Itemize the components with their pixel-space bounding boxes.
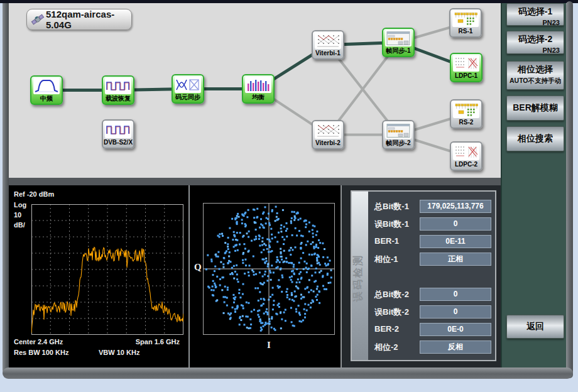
ber-row-value: 0 bbox=[420, 217, 491, 231]
flow-node-label: Viterbi-1 bbox=[313, 49, 343, 58]
flow-node-zhongpin[interactable]: 中频 bbox=[30, 75, 63, 105]
squarewave-icon bbox=[105, 122, 131, 138]
ber-row-value: 179,025,113,776 bbox=[420, 200, 491, 213]
sidebar-button-6[interactable]: 返回 bbox=[506, 315, 564, 339]
flow-node-framesync1[interactable]: 帧同步-1 bbox=[382, 28, 415, 57]
sidebar-button-label: 码选择-1 bbox=[507, 4, 564, 18]
ber-row-label: 总Bit数-1 bbox=[374, 201, 409, 212]
flow-node-label: RS-1 bbox=[450, 27, 481, 36]
flow-node-equalizer[interactable]: 均衡 bbox=[242, 74, 275, 104]
ber-row-label: 相位-2 bbox=[374, 342, 398, 353]
ldpc-icon bbox=[453, 144, 479, 160]
flow-node-viterbi1[interactable]: Viterbi-1 bbox=[312, 30, 344, 60]
sidebar-button-5[interactable]: 相位搜索 bbox=[506, 126, 564, 151]
ber-strip: 误码检测 bbox=[352, 192, 368, 360]
flow-node-carrier[interactable]: 载波恢复 bbox=[102, 75, 134, 105]
sidebar-button-label: 码选择-2 bbox=[507, 31, 564, 45]
ber-row-label: BER-1 bbox=[374, 236, 399, 246]
sidebar-button-label: 返回 bbox=[526, 321, 544, 332]
ber-row: 误Bit数-10 bbox=[372, 217, 493, 231]
window-frame-left bbox=[3, 3, 9, 375]
spectrum-span-label: Span 1.6 GHz bbox=[136, 338, 180, 346]
flow-panel-separator bbox=[9, 178, 501, 185]
signal-title-button[interactable]: 512qam-aircas-5.04G bbox=[26, 9, 132, 30]
rs-icon bbox=[452, 11, 479, 27]
framesync-icon bbox=[385, 122, 412, 139]
ber-row: 相位-2反相 bbox=[372, 340, 493, 354]
spectrum-vbw-label: VBW 10 KHz bbox=[99, 349, 139, 356]
ber-row: 总Bit数-1179,025,113,776 bbox=[372, 200, 493, 213]
ber-inner-panel: 误码检测 总Bit数-1179,025,113,776误Bit数-10BER-1… bbox=[351, 190, 496, 361]
ber-row-label: 总Bit数-2 bbox=[374, 289, 409, 300]
bars-icon bbox=[245, 77, 271, 93]
flow-node-viterbi2[interactable]: Viterbi-2 bbox=[312, 120, 344, 150]
flow-node-ldpc2[interactable]: LDPC-2 bbox=[450, 141, 483, 171]
ber-row-label: 误Bit数-2 bbox=[374, 307, 409, 318]
satellite-icon bbox=[31, 13, 45, 26]
spectrum-icon bbox=[33, 78, 60, 94]
window-frame-right bbox=[566, 1, 573, 378]
ber-row-value: 0 bbox=[420, 305, 491, 318]
spectrum-per-label: dB/ bbox=[14, 221, 25, 229]
spectrum-analyzer-panel: Ref -20 dBm Log 10 dB/ Center 2.4 GHz Sp… bbox=[9, 185, 188, 368]
trellis-icon bbox=[315, 122, 341, 139]
ber-row: BER-10E-11 bbox=[372, 235, 493, 248]
flow-node-ldpc1[interactable]: LDPC-1 bbox=[450, 53, 483, 82]
flow-node-rs1[interactable]: RS-1 bbox=[449, 8, 482, 38]
flow-node-label: Viterbi-2 bbox=[313, 139, 343, 148]
sidebar-button-value: PN23 bbox=[507, 18, 564, 26]
flow-node-label: 中频 bbox=[31, 94, 62, 104]
ber-strip-label: 误码检测 bbox=[352, 240, 368, 315]
spectrum-rbw-label: Res BW 100 KHz bbox=[14, 349, 68, 356]
ber-row: BER-20E-0 bbox=[372, 323, 493, 336]
flow-node-label: 帧同步-2 bbox=[383, 139, 413, 148]
flow-node-label: 均衡 bbox=[243, 93, 273, 102]
sidebar-button-1[interactable]: 码选择-1PN23 bbox=[506, 3, 564, 26]
trellis-icon bbox=[315, 33, 341, 49]
sidebar-button-3[interactable]: 相位选择AUTO不支持手动 bbox=[506, 61, 564, 90]
ber-panel: 误码检测 总Bit数-1179,025,113,776误Bit数-10BER-1… bbox=[342, 185, 501, 368]
constellation-plot bbox=[203, 203, 335, 335]
spectrum-ref-label: Ref -20 dBm bbox=[14, 190, 54, 198]
ber-row: 总Bit数-20 bbox=[372, 288, 493, 301]
sidebar-button-value: PN23 bbox=[507, 45, 564, 54]
ber-row-value: 0E-0 bbox=[420, 323, 491, 336]
flow-node-dvb[interactable]: DVB-S2/X bbox=[102, 119, 134, 149]
spectrum-plot bbox=[31, 204, 183, 335]
sidebar-button-4[interactable]: BER解模糊 bbox=[506, 95, 564, 121]
ber-row-value: 正相 bbox=[420, 253, 491, 266]
flow-node-rs2[interactable]: RS-2 bbox=[450, 99, 483, 129]
ber-row-label: 相位-1 bbox=[374, 254, 398, 265]
spectrum-log-label: Log bbox=[14, 201, 26, 209]
flow-node-label: LDPC-2 bbox=[451, 160, 481, 170]
sidebar-button-value: AUTO不支持手动 bbox=[507, 75, 564, 85]
ber-row-label: BER-2 bbox=[374, 324, 399, 334]
squarewave-icon bbox=[105, 78, 131, 94]
sidebar-button-label: 相位搜索 bbox=[518, 133, 553, 144]
framesync-icon bbox=[385, 30, 412, 46]
constellation-panel: Q I bbox=[190, 185, 341, 368]
ber-row-value: 反相 bbox=[420, 340, 491, 354]
sidebar-button-2[interactable]: 码选择-2PN23 bbox=[506, 31, 564, 54]
flow-node-framesync2[interactable]: 帧同步-2 bbox=[382, 120, 415, 150]
ber-row-value: 0E-11 bbox=[420, 235, 491, 248]
ber-row: 相位-1正相 bbox=[372, 253, 493, 266]
constellation-i-label: I bbox=[267, 340, 271, 351]
flow-node-label: RS-2 bbox=[451, 118, 481, 128]
sidebar-button-label: 相位选择 bbox=[507, 62, 564, 75]
flow-node-label: 码元同步 bbox=[173, 93, 203, 102]
spectrum-scale-label: 10 bbox=[14, 211, 21, 219]
spectrum-center-label: Center 2.4 GHz bbox=[14, 338, 63, 346]
sidebar: 码选择-1PN23码选择-2PN23相位选择AUTO不支持手动BER解模糊相位搜… bbox=[501, 3, 566, 368]
eye-icon bbox=[175, 77, 201, 93]
flow-node-label: LDPC-1 bbox=[451, 72, 481, 81]
sidebar-button-label: BER解模糊 bbox=[513, 102, 558, 114]
ber-row-label: 误Bit数-1 bbox=[374, 219, 409, 230]
ber-row: 误Bit数-20 bbox=[372, 305, 493, 318]
flow-node-label: 载波恢复 bbox=[103, 94, 133, 104]
constellation-q-label: Q bbox=[194, 262, 202, 273]
window-frame-bottom bbox=[3, 368, 573, 379]
flow-node-symsync[interactable]: 码元同步 bbox=[172, 74, 204, 104]
flow-node-label: DVB-S2/X bbox=[103, 138, 133, 148]
signal-title-label: 512qam-aircas-5.04G bbox=[46, 9, 128, 30]
